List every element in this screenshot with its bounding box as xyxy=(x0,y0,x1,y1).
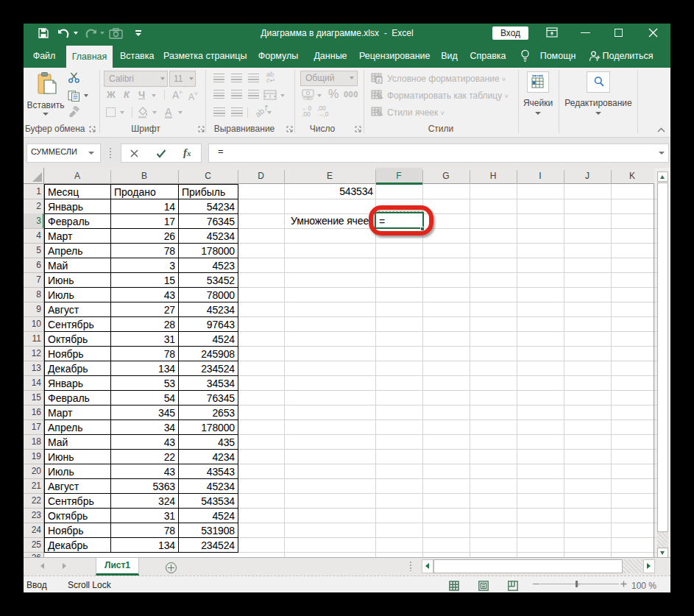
svg-text:≠: ≠ xyxy=(378,78,380,83)
